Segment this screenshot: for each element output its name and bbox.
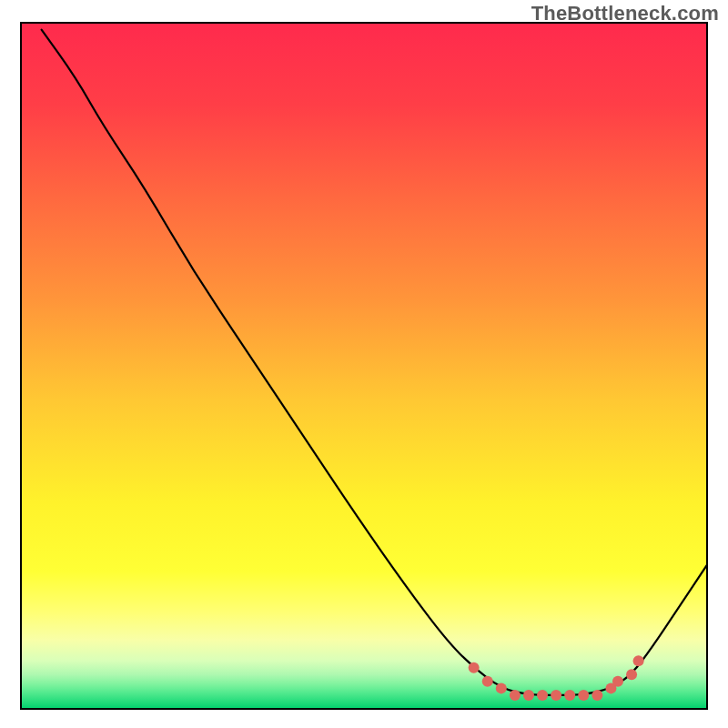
chart-svg [20,22,708,710]
marker-dot [564,690,575,701]
marker-dot [510,690,521,701]
watermark-text: TheBottleneck.com [531,2,719,25]
marker-dot [537,690,548,701]
marker-dot [496,682,507,693]
marker-dot [469,662,480,673]
plot-area [20,22,708,710]
marker-dot [578,690,589,701]
marker-dot [633,655,644,666]
chart-stage: TheBottleneck.com [0,0,728,728]
marker-dot [523,690,534,701]
marker-dot [626,669,637,680]
marker-dot [612,676,623,687]
gradient-background [21,23,707,709]
marker-dot [592,690,602,701]
marker-dot [482,676,493,687]
marker-dot [551,690,561,701]
